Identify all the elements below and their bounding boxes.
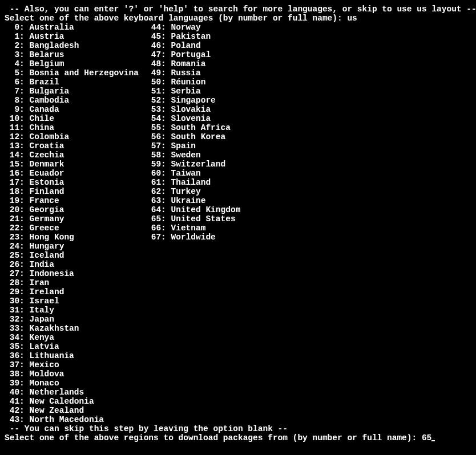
country-item: 61: Thailand: [146, 178, 240, 187]
country-item: 1: Austria: [5, 32, 146, 41]
prompt-line-2[interactable]: Select one of the above regions to downl…: [5, 433, 471, 442]
country-list-columns: 0: Australia 1: Austria 2: Bangladesh 3:…: [5, 23, 471, 424]
country-item: 24: Hungary: [5, 242, 146, 251]
country-item: 47: Portugal: [146, 50, 240, 59]
country-item: 2: Bangladesh: [5, 41, 146, 50]
cursor-icon: [431, 440, 434, 441]
country-item: 65: United States: [146, 214, 240, 224]
country-item: 58: Sweden: [146, 151, 240, 160]
country-item: 48: Romania: [146, 59, 240, 68]
country-item: 51: Serbia: [146, 87, 240, 96]
country-item: 26: India: [5, 260, 146, 269]
prompt2-value: 65: [422, 433, 431, 442]
country-item: 0: Australia: [5, 23, 146, 32]
country-item: 15: Denmark: [5, 160, 146, 169]
country-item: 9: Canada: [5, 105, 146, 114]
country-item: 30: Israel: [5, 296, 146, 306]
prompt-line-1[interactable]: Select one of the above keyboard languag…: [5, 14, 471, 23]
hint-line-1: -- Also, you can enter '?' or 'help' to …: [5, 5, 471, 14]
prompt2-label: Select one of the above regions to downl…: [5, 433, 422, 442]
country-item: 12: Colombia: [5, 132, 146, 141]
prompt1-value: us: [347, 14, 357, 23]
country-item: 62: Turkey: [146, 187, 240, 196]
country-item: 59: Switzerland: [146, 160, 240, 169]
country-item: 42: New Zealand: [5, 406, 146, 415]
country-item: 66: Vietnam: [146, 224, 240, 233]
country-item: 52: Singapore: [146, 96, 240, 105]
country-item: 34: Kenya: [5, 333, 146, 342]
country-item: 4: Belgium: [5, 59, 146, 68]
country-item: 19: France: [5, 196, 146, 205]
country-item: 38: Moldova: [5, 369, 146, 379]
country-list-col2: 44: Norway 45: Pakistan 46: Poland 47: P…: [146, 23, 240, 424]
country-item: 60: Taiwan: [146, 169, 240, 178]
country-item: 25: Iceland: [5, 251, 146, 260]
country-item: 36: Lithuania: [5, 351, 146, 360]
country-item: 33: Kazakhstan: [5, 324, 146, 333]
country-item: 57: Spain: [146, 141, 240, 151]
country-item: 18: Finland: [5, 187, 146, 196]
country-item: 6: Brazil: [5, 78, 146, 87]
country-item: 11: China: [5, 123, 146, 132]
country-item: 23: Hong Kong: [5, 233, 146, 242]
country-item: 31: Italy: [5, 306, 146, 315]
country-item: 37: Mexico: [5, 360, 146, 369]
country-item: 22: Greece: [5, 224, 146, 233]
country-item: 39: Monaco: [5, 379, 146, 388]
country-item: 29: Ireland: [5, 287, 146, 296]
country-item: 21: Germany: [5, 214, 146, 224]
country-item: 40: Netherlands: [5, 388, 146, 397]
country-item: 46: Poland: [146, 41, 240, 50]
country-item: 55: South Africa: [146, 123, 240, 132]
country-item: 63: Ukraine: [146, 196, 240, 205]
country-item: 64: United Kingdom: [146, 205, 240, 214]
country-item: 3: Belarus: [5, 50, 146, 59]
country-item: 67: Worldwide: [146, 233, 240, 242]
country-item: 45: Pakistan: [146, 32, 240, 41]
country-item: 32: Japan: [5, 315, 146, 324]
country-item: 49: Russia: [146, 68, 240, 78]
country-item: 27: Indonesia: [5, 269, 146, 278]
country-item: 13: Croatia: [5, 141, 146, 151]
hint-line-2: -- You can skip this step by leaving the…: [5, 424, 471, 433]
country-item: 35: Latvia: [5, 342, 146, 351]
country-item: 20: Georgia: [5, 205, 146, 214]
country-list-col1: 0: Australia 1: Austria 2: Bangladesh 3:…: [5, 23, 146, 424]
country-item: 50: Réunion: [146, 78, 240, 87]
country-item: 8: Cambodia: [5, 96, 146, 105]
country-item: 53: Slovakia: [146, 105, 240, 114]
country-item: 17: Estonia: [5, 178, 146, 187]
country-item: 44: Norway: [146, 23, 240, 32]
country-item: 28: Iran: [5, 278, 146, 287]
country-item: 54: Slovenia: [146, 114, 240, 123]
country-item: 7: Bulgaria: [5, 87, 146, 96]
country-item: 56: South Korea: [146, 132, 240, 141]
country-item: 16: Ecuador: [5, 169, 146, 178]
country-item: 14: Czechia: [5, 151, 146, 160]
country-item: 5: Bosnia and Herzegovina: [5, 68, 146, 78]
prompt1-label: Select one of the above keyboard languag…: [5, 14, 347, 23]
country-item: 41: New Caledonia: [5, 397, 146, 406]
country-item: 43: North Macedonia: [5, 415, 146, 424]
country-item: 10: Chile: [5, 114, 146, 123]
